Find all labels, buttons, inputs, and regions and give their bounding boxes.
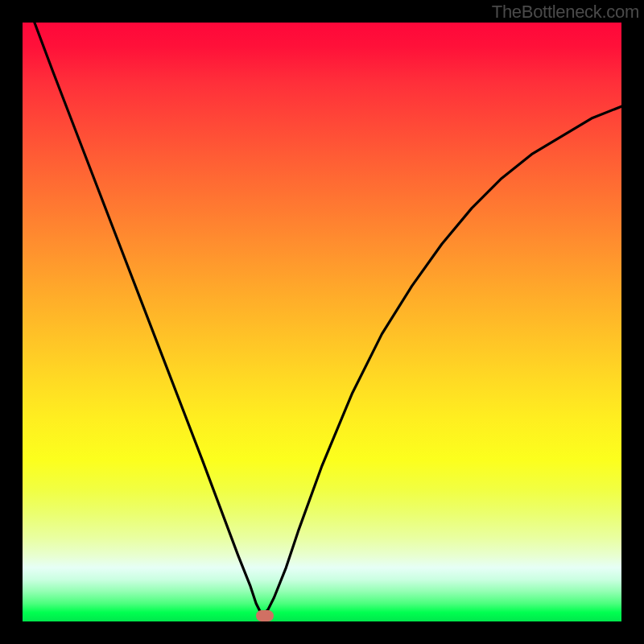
heat-gradient-background [23, 23, 621, 621]
optimum-marker [256, 610, 274, 621]
plot-frame [23, 23, 621, 621]
watermark-text: TheBottleneck.com [492, 2, 639, 23]
